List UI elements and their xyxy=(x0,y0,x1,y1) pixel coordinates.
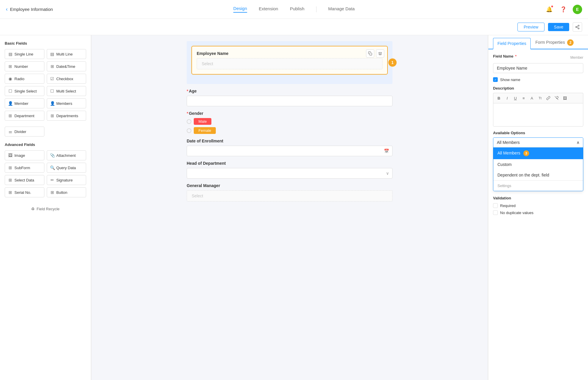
field-attachment[interactable]: 📎 Attachment xyxy=(47,150,86,160)
no-duplicate-checkbox[interactable] xyxy=(493,210,498,215)
option-all-members[interactable]: All Members 3 xyxy=(493,147,583,159)
tab-publish[interactable]: Publish xyxy=(290,6,304,12)
required-checkbox[interactable] xyxy=(493,203,498,208)
employee-name-field[interactable]: Employee Name Select xyxy=(191,46,388,75)
field-name-label: Field Name * xyxy=(493,54,517,58)
option-dependent-label: Dependent on the dept. field xyxy=(497,173,549,177)
field-multi-line[interactable]: ▤ Multi Line xyxy=(47,49,86,59)
field-name-input[interactable] xyxy=(493,63,583,73)
field-select-data[interactable]: ⊞ Select Data xyxy=(5,175,44,185)
field-checkbox[interactable]: ☑ Checkbox xyxy=(47,74,86,84)
user-avatar[interactable]: E xyxy=(573,5,582,14)
field-label: Signature xyxy=(56,178,73,182)
department-icon: ⊞ xyxy=(8,113,13,118)
options-dropdown-header[interactable]: All Members ∧ xyxy=(493,138,583,147)
underline-tool[interactable]: U xyxy=(512,95,519,101)
tab-manage-data[interactable]: Manage Data xyxy=(328,6,355,12)
form-props-badge: 2 xyxy=(567,39,574,46)
field-members[interactable]: 👤 Members xyxy=(47,98,86,108)
italic-tool[interactable]: I xyxy=(504,95,510,101)
field-label: Departments xyxy=(56,114,78,118)
subform-icon: ⊞ xyxy=(8,165,13,170)
basic-fields-grid: ▤ Single Line ▤ Multi Line ⊞ Number ⊞ Da… xyxy=(5,49,86,121)
dept-head-label: Head of Department xyxy=(187,161,392,166)
datetime-icon: ⊞ xyxy=(50,64,55,69)
field-member[interactable]: 👤 Member xyxy=(5,98,44,108)
right-panel-tabs: Field Properties Form Properties 2 xyxy=(488,35,588,49)
field-single-line[interactable]: ▤ Single Line xyxy=(5,49,44,59)
help-button[interactable]: ❓ xyxy=(559,5,568,14)
link-tool[interactable] xyxy=(545,95,552,101)
description-content[interactable] xyxy=(493,103,583,127)
enrollment-input[interactable] xyxy=(187,146,392,156)
align-tool[interactable]: ≡ xyxy=(520,95,527,101)
field-single-select[interactable]: ☐ Single Select xyxy=(5,86,44,96)
field-departments[interactable]: ⊞ Departments xyxy=(47,111,86,121)
option-custom[interactable]: Custom xyxy=(493,159,583,170)
color-tool[interactable]: A xyxy=(529,95,535,101)
field-image[interactable]: 🖼 Image xyxy=(5,150,44,160)
male-radio-circle xyxy=(187,119,191,124)
description-label: Description xyxy=(493,86,583,90)
image-tool[interactable]: 🖼 xyxy=(562,95,568,101)
general-manager-placeholder[interactable]: Select xyxy=(187,190,392,201)
option-badge-3: 3 xyxy=(523,150,529,156)
settings-label: Settings xyxy=(493,180,583,191)
field-multi-select[interactable]: ☐ Multi Select xyxy=(47,86,86,96)
tab-field-properties[interactable]: Field Properties xyxy=(493,38,531,49)
gender-male-option[interactable]: Male xyxy=(187,118,392,125)
basic-fields-title: Basic Fields xyxy=(5,41,86,46)
description-toolbar: B I U ≡ A Tt 🖼 xyxy=(493,93,583,103)
field-button[interactable]: ⊞ Button xyxy=(47,187,86,197)
field-signature[interactable]: ✏ Signature xyxy=(47,175,86,185)
field-label: Department xyxy=(14,114,34,118)
field-subform[interactable]: ⊞ SubForm xyxy=(5,163,44,173)
member-icon: 👤 xyxy=(8,101,13,106)
center-panel: Employee Name Select xyxy=(91,35,488,380)
tab-design[interactable]: Design xyxy=(233,6,247,13)
field-label: Multi Select xyxy=(56,89,76,93)
validation-label: Validation xyxy=(493,196,583,200)
text-size-tool[interactable]: Tt xyxy=(537,95,543,101)
field-divider[interactable]: ⚌ Divider xyxy=(5,127,44,137)
back-icon: ‹ xyxy=(6,6,8,12)
gender-field: *Gender Male Female xyxy=(187,111,392,134)
save-button[interactable]: Save xyxy=(548,23,569,31)
age-input[interactable] xyxy=(187,96,392,106)
field-number[interactable]: ⊞ Number xyxy=(5,61,44,71)
field-datetime[interactable]: ⊞ Date&Time xyxy=(47,61,86,71)
dept-head-input[interactable] xyxy=(187,168,392,179)
field-name-required: * xyxy=(514,54,517,58)
back-button[interactable]: ‹ Employee Information xyxy=(6,6,53,12)
nav-divider xyxy=(316,6,316,12)
tab-extension[interactable]: Extension xyxy=(259,6,278,12)
gender-female-option[interactable]: Female xyxy=(187,127,392,134)
age-field: *Age xyxy=(187,89,392,106)
signature-icon: ✏ xyxy=(50,178,55,182)
field-label: Divider xyxy=(14,130,26,134)
query-data-icon: 🔍 xyxy=(50,165,55,170)
bold-tool[interactable]: B xyxy=(496,95,502,101)
field-department[interactable]: ⊞ Department xyxy=(5,111,44,121)
available-options-label: Available Options xyxy=(493,131,583,135)
employee-name-placeholder[interactable]: Select xyxy=(197,58,382,69)
option-all-members-label: All Members xyxy=(497,151,520,155)
employee-name-label: Employee Name xyxy=(197,51,382,56)
dept-head-select-wrapper: ∨ xyxy=(187,168,392,179)
duplicate-field-button[interactable] xyxy=(366,49,374,58)
tab-form-properties[interactable]: Form Properties 2 xyxy=(531,35,578,49)
notification-badge xyxy=(551,5,553,8)
validation-section: Validation Required No duplicate values xyxy=(493,196,583,215)
field-label: Members xyxy=(56,101,72,106)
unlink-tool[interactable] xyxy=(553,95,560,101)
preview-button[interactable]: Preview xyxy=(517,23,544,31)
option-dependent[interactable]: Dependent on the dept. field xyxy=(493,170,583,180)
field-recycle[interactable]: ♻ Field Recycle xyxy=(5,203,86,215)
field-serial-no[interactable]: ⊞ Serial No. xyxy=(5,187,44,197)
show-name-checkbox[interactable]: ✓ xyxy=(493,77,498,82)
share-button[interactable] xyxy=(573,22,582,32)
field-radio[interactable]: ◉ Radio xyxy=(5,74,44,84)
field-query-data[interactable]: 🔍 Query Data xyxy=(47,163,86,173)
notification-button[interactable]: 🔔 xyxy=(544,5,554,14)
delete-field-button[interactable] xyxy=(376,49,384,58)
